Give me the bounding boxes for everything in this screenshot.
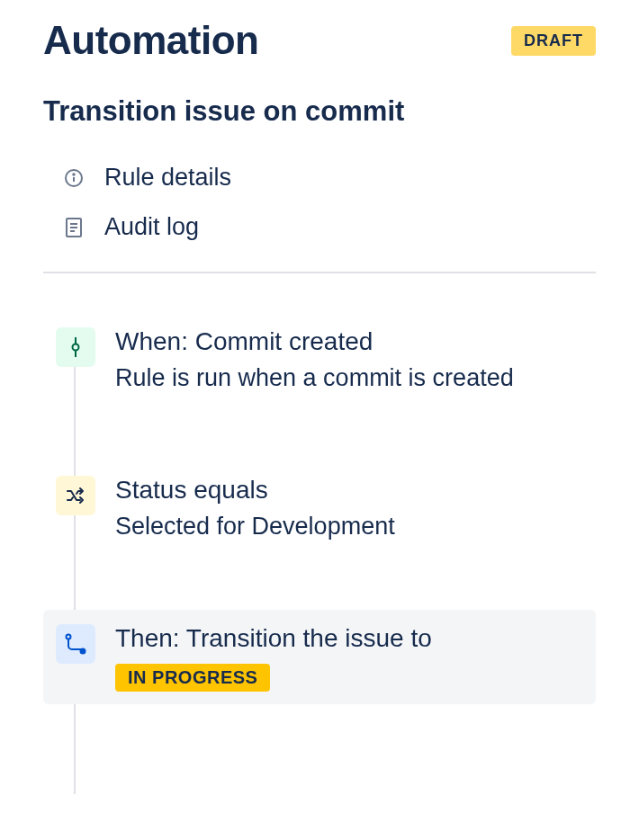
flow-icon: [56, 624, 95, 664]
in-progress-badge: IN PROGRESS: [115, 664, 270, 692]
trigger-content: When: Commit created Rule is run when a …: [115, 326, 583, 395]
page-title: Automation: [43, 18, 258, 63]
svg-point-7: [73, 344, 79, 351]
audit-log-label: Audit log: [104, 213, 199, 241]
info-icon: [63, 167, 85, 189]
rule-details-link[interactable]: Rule details: [43, 153, 596, 202]
condition-step[interactable]: Status equals Selected for Development: [43, 461, 596, 556]
document-icon: [63, 217, 85, 238]
timeline: When: Commit created Rule is run when a …: [43, 313, 596, 704]
trigger-step[interactable]: When: Commit created Rule is run when a …: [43, 313, 596, 407]
condition-desc: Selected for Development: [115, 510, 583, 542]
condition-content: Status equals Selected for Development: [115, 474, 583, 543]
trigger-desc: Rule is run when a commit is created: [115, 362, 583, 394]
action-content: Then: Transition the issue to IN PROGRES…: [115, 622, 583, 692]
trigger-title: When: Commit created: [115, 326, 583, 358]
shuffle-icon: [56, 476, 95, 515]
svg-point-2: [73, 174, 75, 175]
rule-details-label: Rule details: [104, 164, 231, 192]
draft-badge: DRAFT: [511, 26, 596, 56]
header: Automation DRAFT: [43, 18, 596, 63]
condition-title: Status equals: [115, 474, 583, 506]
commit-icon: [56, 327, 95, 367]
action-title: Then: Transition the issue to: [115, 622, 583, 655]
rule-name: Transition issue on commit: [43, 95, 596, 128]
action-step[interactable]: Then: Transition the issue to IN PROGRES…: [43, 610, 596, 704]
audit-log-link[interactable]: Audit log: [43, 202, 596, 252]
divider: [43, 272, 596, 273]
